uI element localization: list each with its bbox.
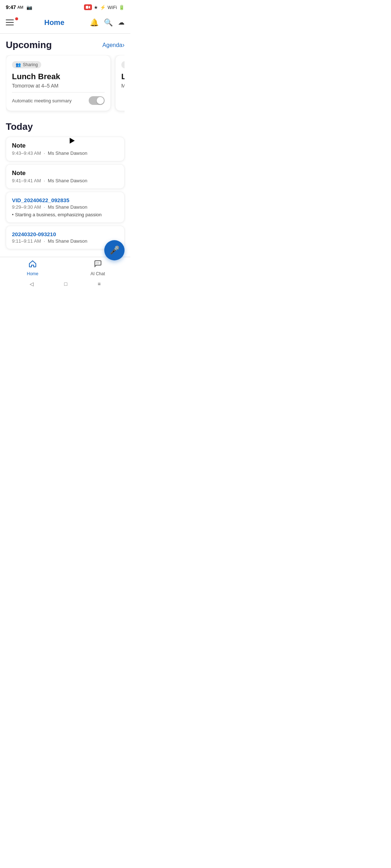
bell-icon[interactable]: 🔔 (90, 18, 99, 27)
page-title: Home (44, 18, 64, 27)
note-meta-2: 9:41–9:41 AM · Ms Shane Dawson (12, 178, 118, 183)
meeting-summary-toggle[interactable] (89, 96, 105, 105)
wifi-icon: WiFi (108, 5, 117, 10)
today-title: Today (6, 121, 125, 132)
system-nav: ◁ □ ≡ (0, 278, 130, 289)
card-divider-1 (12, 92, 105, 93)
nav-home-label: Home (27, 271, 38, 276)
menu-line-1 (6, 20, 14, 20)
note-title-1: Note (12, 142, 118, 149)
nav-ai-chat[interactable]: AI Chat (65, 257, 130, 278)
flash-icon: ⚡ (100, 5, 106, 10)
home-icon (28, 259, 37, 270)
chat-icon (93, 259, 102, 270)
note-author-2: Ms Shane Dawson (48, 178, 87, 183)
status-bar: 9:47 AM 📷 ★ ⚡ WiFi 🔋 (0, 0, 130, 13)
note-title-3: VID_20240622_092835 (12, 197, 118, 203)
today-item-3[interactable]: VID_20240622_092835 9:29–9:30 AM · Ms Sh… (6, 192, 125, 223)
dot-1: · (44, 150, 45, 156)
upcoming-title: Upcoming (6, 39, 52, 51)
header: Home 🔔 🔍 ☁ (0, 13, 130, 33)
toggle-thumb (97, 97, 104, 104)
sharing-badge: 👥 Sharing (12, 61, 41, 68)
note-author-1: Ms Shane Dawson (48, 150, 87, 156)
recents-button[interactable]: ≡ (98, 281, 101, 287)
note-time-3: 9:29–9:30 AM (12, 204, 41, 210)
event-name-2: Lunc (121, 72, 125, 81)
note-time-4: 9:11–9:11 AM (12, 238, 41, 244)
event-card-1[interactable]: 👥 Sharing Lunch Break Tomorrow at 4–5 AM… (6, 55, 111, 111)
note-bullet-3: • Starting a business, emphasizing passi… (12, 212, 118, 217)
event-time-1: Tomorrow at 4–5 AM (12, 83, 105, 89)
sharing-badge-icon: 👥 (16, 62, 21, 67)
toggle-label-1: Automatic meeting summary (12, 98, 72, 103)
upcoming-header: Upcoming Agenda (6, 39, 125, 51)
card-footer-1: Automatic meeting summary (12, 96, 105, 105)
status-ampm: AM (17, 5, 24, 9)
svg-point-2 (96, 263, 97, 263)
cloud-upload-icon[interactable]: ☁ (118, 18, 125, 26)
svg-rect-0 (86, 6, 88, 9)
note-meta-4: 9:11–9:11 AM · Ms Shane Dawson (12, 238, 118, 244)
svg-point-3 (97, 263, 98, 263)
note-time-1: 9:43–9:43 AM (12, 150, 41, 156)
battery-icon: 🔋 (119, 5, 125, 10)
bottom-nav: Home AI Chat (0, 257, 130, 278)
svg-marker-1 (89, 6, 90, 9)
microphone-icon: 🎤 (110, 246, 119, 255)
nav-home[interactable]: Home (0, 257, 65, 278)
back-button[interactable]: ◁ (30, 281, 34, 287)
home-button[interactable]: □ (64, 281, 67, 287)
menu-button[interactable] (6, 16, 19, 29)
today-section: Today Note 9:43–9:43 AM · Ms Shane Dawso… (0, 117, 130, 255)
sharing-badge-label: Sharing (23, 62, 38, 67)
dot-4: · (44, 238, 45, 244)
bullet-dot: • (12, 212, 14, 217)
upcoming-section: Upcoming Agenda 👥 Sharing Lunch Break To… (0, 34, 130, 117)
sharing-badge-2: 👥 Sho (121, 61, 125, 68)
today-item-2[interactable]: Note 9:41–9:41 AM · Ms Shane Dawson (6, 164, 125, 189)
event-time-2: Mon, J (121, 83, 125, 89)
menu-line-2 (6, 22, 14, 23)
note-title-2: Note (12, 170, 118, 177)
today-item-1[interactable]: Note 9:43–9:43 AM · Ms Shane Dawson (6, 137, 125, 161)
status-icons: ★ ⚡ WiFi 🔋 (84, 4, 125, 10)
bullet-text-3: Starting a business, emphasizing passion (15, 212, 102, 217)
note-time-2: 9:41–9:41 AM (12, 178, 41, 183)
record-fab[interactable]: 🎤 (104, 240, 125, 260)
note-meta-1: 9:43–9:43 AM · Ms Shane Dawson (12, 150, 118, 156)
event-card-2-partial[interactable]: 👥 Sho Lunc Mon, J (115, 55, 125, 111)
status-time: 9:47 (6, 4, 16, 10)
upcoming-cards: 👥 Sharing Lunch Break Tomorrow at 4–5 AM… (6, 55, 125, 114)
event-name-1: Lunch Break (12, 72, 105, 81)
note-author-4: Ms Shane Dawson (48, 238, 87, 244)
recording-icon (84, 4, 92, 10)
menu-line-3 (6, 25, 14, 25)
header-actions: 🔔 🔍 ☁ (90, 18, 125, 27)
dot-2: · (44, 178, 45, 183)
nav-ai-chat-label: AI Chat (91, 271, 105, 276)
dot-3: · (44, 204, 45, 210)
note-author-3: Ms Shane Dawson (48, 204, 87, 210)
notification-dot (15, 17, 18, 20)
search-icon[interactable]: 🔍 (104, 18, 113, 27)
video-call-icon: 📷 (26, 5, 32, 10)
svg-point-4 (98, 263, 99, 263)
bluetooth-icon: ★ (94, 5, 98, 10)
note-title-4: 20240320-093210 (12, 231, 118, 237)
agenda-link[interactable]: Agenda (102, 41, 125, 49)
note-meta-3: 9:29–9:30 AM · Ms Shane Dawson (12, 204, 118, 210)
